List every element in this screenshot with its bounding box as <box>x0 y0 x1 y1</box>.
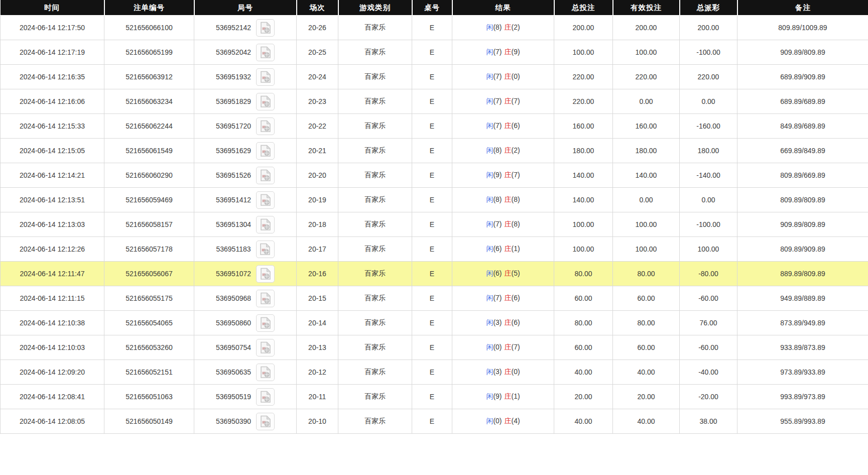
video-replay-button[interactable] <box>256 216 275 233</box>
result-banker-label: 庄 <box>505 269 512 277</box>
round-id-text: 536950519 <box>216 393 251 401</box>
table-row[interactable]: 2024-06-14 12:15:33 521656062244 5369517… <box>1 114 868 139</box>
cell-valid-bet: 100.00 <box>613 237 680 262</box>
cell-session: 20-14 <box>297 311 338 335</box>
table-row[interactable]: 2024-06-14 12:17:50 521656066100 5369521… <box>1 16 868 40</box>
cell-round-id: 536951932 <box>194 65 297 89</box>
result-banker-label: 庄 <box>505 294 512 302</box>
cell-round-id: 536950390 <box>194 409 297 434</box>
result-banker-label: 庄 <box>505 195 512 203</box>
video-replay-button[interactable] <box>256 413 275 430</box>
video-replay-button[interactable] <box>256 93 275 110</box>
video-replay-button[interactable] <box>256 191 275 209</box>
video-replay-button[interactable] <box>256 339 275 357</box>
cell-round-id: 536951629 <box>194 139 297 163</box>
cell-valid-bet: 100.00 <box>613 40 680 65</box>
table-row[interactable]: 2024-06-14 12:08:05 521656050149 5369503… <box>1 409 868 434</box>
cell-round-id: 536951183 <box>194 237 297 262</box>
cell-remark: 973.89/933.89 <box>737 360 868 385</box>
cell-result: 闲(9)庄(7) <box>452 163 554 188</box>
cell-valid-bet: 200.00 <box>613 16 680 40</box>
cell-total-bet: 140.00 <box>554 188 613 212</box>
cell-result: 闲(7)庄(0) <box>452 65 554 89</box>
video-replay-button[interactable] <box>256 167 275 184</box>
table-row[interactable]: 2024-06-14 12:14:21 521656060290 5369515… <box>1 163 868 188</box>
result-banker-label: 庄 <box>505 97 512 105</box>
cell-bet-id: 521656063234 <box>104 89 194 114</box>
table-row[interactable]: 2024-06-14 12:10:03 521656053260 5369507… <box>1 335 868 360</box>
video-file-icon <box>260 268 271 280</box>
cell-valid-bet: 140.00 <box>613 163 680 188</box>
cell-result: 闲(7)庄(9) <box>452 40 554 65</box>
cell-round-id: 536952042 <box>194 40 297 65</box>
cell-session: 20-21 <box>297 139 338 163</box>
cell-payout: 0.00 <box>680 89 737 114</box>
table-row[interactable]: 2024-06-14 12:09:20 521656052151 5369506… <box>1 360 868 385</box>
table-row[interactable]: 2024-06-14 12:13:03 521656058157 5369513… <box>1 212 868 237</box>
round-id-text: 536950390 <box>216 417 251 425</box>
video-replay-button[interactable] <box>256 290 275 307</box>
cell-game-type: 百家乐 <box>338 65 412 89</box>
cell-game-type: 百家乐 <box>338 385 412 409</box>
table-row[interactable]: 2024-06-14 12:11:15 521656055175 5369509… <box>1 286 868 311</box>
result-banker-label: 庄 <box>505 23 512 31</box>
table-row[interactable]: 2024-06-14 12:17:19 521656065199 5369520… <box>1 40 868 65</box>
result-player-label: 闲 <box>486 245 493 253</box>
col-header-payout: 总派彩 <box>680 0 737 16</box>
table-row[interactable]: 2024-06-14 12:13:51 521656059469 5369514… <box>1 188 868 212</box>
table-row[interactable]: 2024-06-14 12:11:47 521656056067 5369510… <box>1 262 868 286</box>
result-banker-score: (8) <box>512 195 520 203</box>
video-replay-button[interactable] <box>256 364 275 381</box>
cell-game-type: 百家乐 <box>338 311 412 335</box>
video-replay-button[interactable] <box>256 241 275 258</box>
cell-total-bet: 80.00 <box>554 262 613 286</box>
table-row[interactable]: 2024-06-14 12:12:26 521656057178 5369511… <box>1 237 868 262</box>
cell-time: 2024-06-14 12:12:26 <box>1 237 104 262</box>
result-player-score: (8) <box>493 23 502 31</box>
cell-time: 2024-06-14 12:17:19 <box>1 40 104 65</box>
cell-remark: 993.89/973.89 <box>737 385 868 409</box>
cell-result: 闲(3)庄(0) <box>452 360 554 385</box>
cell-time: 2024-06-14 12:10:03 <box>1 335 104 360</box>
table-row[interactable]: 2024-06-14 12:08:41 521656051063 5369505… <box>1 385 868 409</box>
table-row[interactable]: 2024-06-14 12:15:05 521656061549 5369516… <box>1 139 868 163</box>
cell-bet-id: 521656066100 <box>104 16 194 40</box>
table-row[interactable]: 2024-06-14 12:16:06 521656063234 5369518… <box>1 89 868 114</box>
video-replay-button[interactable] <box>256 19 275 37</box>
round-id-text: 536951829 <box>216 97 251 105</box>
cell-result: 闲(9)庄(1) <box>452 385 554 409</box>
video-replay-button[interactable] <box>256 142 275 160</box>
video-replay-button[interactable] <box>256 314 275 332</box>
cell-session: 20-13 <box>297 335 338 360</box>
cell-table-no: E <box>412 139 452 163</box>
result-banker-label: 庄 <box>505 318 512 326</box>
cell-remark: 949.89/889.89 <box>737 286 868 311</box>
result-player-score: (7) <box>493 48 502 56</box>
result-player-score: (0) <box>493 343 502 351</box>
cell-time: 2024-06-14 12:09:20 <box>1 360 104 385</box>
cell-bet-id: 521656063912 <box>104 65 194 89</box>
result-player-score: (9) <box>493 392 502 400</box>
cell-table-no: E <box>412 409 452 434</box>
cell-bet-id: 521656059469 <box>104 188 194 212</box>
table-body: 2024-06-14 12:17:50 521656066100 5369521… <box>1 16 868 434</box>
cell-time: 2024-06-14 12:15:05 <box>1 139 104 163</box>
cell-result: 闲(8)庄(2) <box>452 16 554 40</box>
cell-bet-id: 521656056067 <box>104 262 194 286</box>
cell-result: 闲(0)庄(4) <box>452 409 554 434</box>
video-replay-button[interactable] <box>256 68 275 86</box>
cell-game-type: 百家乐 <box>338 40 412 65</box>
table-row[interactable]: 2024-06-14 12:16:35 521656063912 5369519… <box>1 65 868 89</box>
cell-payout: -80.00 <box>680 262 737 286</box>
col-header-bet-id: 注单编号 <box>104 0 194 16</box>
cell-session: 20-12 <box>297 360 338 385</box>
cell-time: 2024-06-14 12:16:06 <box>1 89 104 114</box>
video-replay-button[interactable] <box>256 265 275 283</box>
video-replay-button[interactable] <box>256 388 275 406</box>
cell-valid-bet: 220.00 <box>613 65 680 89</box>
video-replay-button[interactable] <box>256 117 275 135</box>
table-row[interactable]: 2024-06-14 12:10:38 521656054065 5369508… <box>1 311 868 335</box>
cell-game-type: 百家乐 <box>338 16 412 40</box>
cell-payout: -60.00 <box>680 335 737 360</box>
video-replay-button[interactable] <box>256 44 275 61</box>
